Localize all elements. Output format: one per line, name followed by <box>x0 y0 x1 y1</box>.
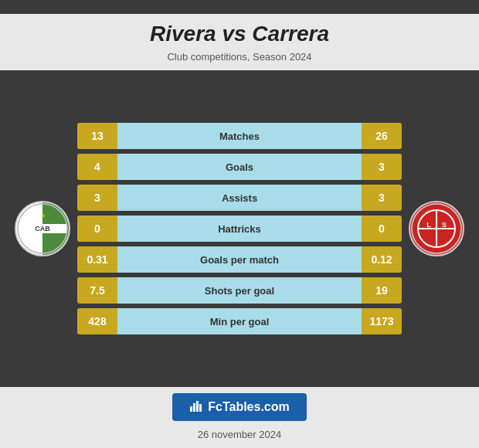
stat-left-value: 4 <box>77 154 117 180</box>
stat-right-value: 19 <box>362 277 402 304</box>
left-logo: ★ CAB <box>8 201 77 256</box>
stat-right-value: 1173 <box>362 308 402 334</box>
stat-label: Assists <box>117 185 362 211</box>
stat-label: Shots per goal <box>117 277 362 304</box>
stat-right-value: 3 <box>362 185 402 211</box>
fctables-badge: FcTables.com <box>172 393 307 421</box>
chart-icon <box>189 399 203 416</box>
stat-label: Matches <box>117 123 362 149</box>
stat-left-value: 7.5 <box>77 277 117 304</box>
stat-label: Hattricks <box>117 216 362 242</box>
stat-left-value: 0 <box>77 216 117 242</box>
header-subtitle: Club competitions, Season 2024 <box>0 49 479 70</box>
stat-label: Goals <box>117 154 362 180</box>
svg-text:S: S <box>442 221 447 229</box>
stat-row: 3Assists3 <box>77 185 402 211</box>
svg-text:★: ★ <box>40 212 46 219</box>
stat-left-value: 0.31 <box>77 246 117 273</box>
header-title: Rivera vs Carrera <box>0 14 479 49</box>
svg-rect-18 <box>199 404 202 412</box>
stat-row: 0.31Goals per match0.12 <box>77 246 402 273</box>
svg-rect-17 <box>196 401 199 412</box>
stat-row: 13Matches26 <box>77 123 402 149</box>
svg-text:L: L <box>426 221 431 229</box>
stat-row: 7.5Shots per goal19 <box>77 277 402 304</box>
stat-right-value: 0 <box>362 216 402 242</box>
svg-rect-16 <box>193 403 195 412</box>
stat-row: 4Goals3 <box>77 154 402 180</box>
stat-label: Goals per match <box>117 246 362 273</box>
stat-row: 428Min per goal1173 <box>77 308 402 334</box>
right-logo: L S <box>402 201 471 256</box>
stat-right-value: 26 <box>362 123 402 149</box>
stat-left-value: 428 <box>77 308 117 334</box>
brand-label: FcTables.com <box>208 400 290 414</box>
stat-left-value: 13 <box>77 123 117 149</box>
svg-rect-15 <box>190 406 192 412</box>
footer-logo-area: FcTables.com <box>0 387 479 424</box>
svg-text:CAB: CAB <box>35 225 50 232</box>
stats-container: 13Matches264Goals33Assists30Hattricks00.… <box>77 123 402 334</box>
stat-right-value: 3 <box>362 154 402 180</box>
stat-right-value: 0.12 <box>362 246 402 273</box>
stat-label: Min per goal <box>117 308 362 334</box>
footer-date: 26 november 2024 <box>0 424 479 448</box>
stat-left-value: 3 <box>77 185 117 211</box>
stat-row: 0Hattricks0 <box>77 216 402 242</box>
